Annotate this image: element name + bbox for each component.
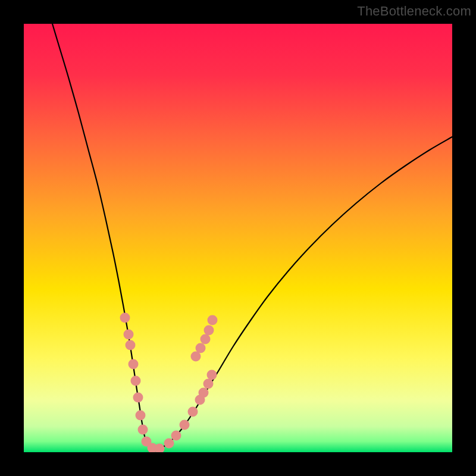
marker-dot: [120, 313, 130, 323]
marker-dot: [204, 325, 214, 336]
marker-dot: [136, 411, 146, 421]
marker-dot: [201, 334, 211, 345]
marker-dot: [124, 330, 134, 340]
marker-dot: [171, 431, 181, 441]
marker-dot: [129, 359, 139, 369]
marker-dot: [131, 376, 141, 386]
curve-layer: [24, 24, 452, 452]
attribution-text: TheBottleneck.com: [357, 4, 471, 19]
marker-dot: [133, 393, 143, 403]
marker-dot: [199, 388, 209, 398]
marker-dot: [138, 425, 148, 435]
marker-dot: [207, 370, 217, 380]
marker-dot: [196, 343, 206, 353]
marker-dot: [203, 379, 214, 389]
marker-dot: [164, 439, 174, 449]
marker-dot: [180, 420, 190, 430]
marker-dot: [208, 315, 218, 325]
marker-dot: [188, 407, 198, 417]
outer-frame: TheBottleneck.com: [0, 0, 476, 476]
plot-area: [24, 24, 452, 452]
curve-left-arm: [52, 24, 155, 449]
marker-dot: [126, 340, 136, 350]
